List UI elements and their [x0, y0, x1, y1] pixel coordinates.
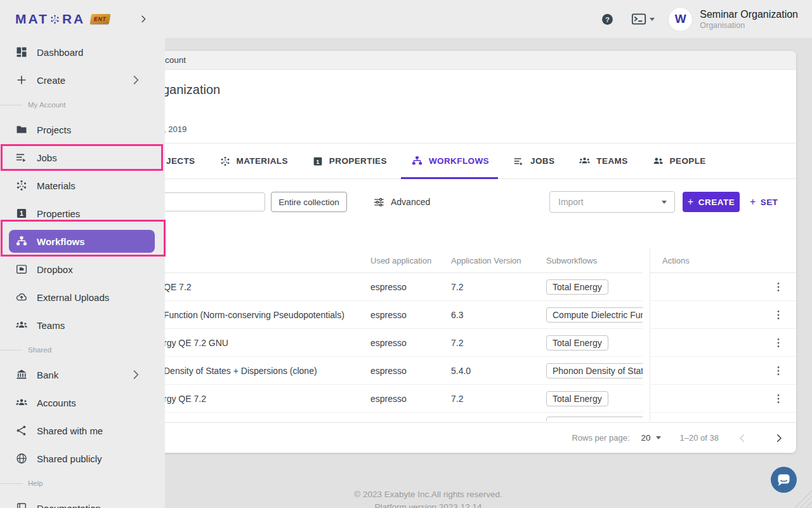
subworkflow-chip[interactable]: Phonon Density of States + Di	[546, 363, 643, 378]
sidebar-item-create[interactable]: Create	[0, 66, 165, 94]
previous-page-icon[interactable]	[737, 432, 748, 444]
avatar[interactable]: W	[669, 8, 692, 31]
mat3ra-logo[interactable]: MAT RA	[15, 11, 85, 27]
table-row[interactable]: QE 7.2 espresso 7.2 Total Energy	[114, 273, 796, 301]
column-header: Subworkflows	[546, 255, 597, 265]
rows-per-page-label: Rows per page:	[572, 433, 629, 443]
chevron-down-icon	[650, 18, 655, 21]
people-group-icon	[579, 155, 591, 167]
table-row-partial[interactable]	[114, 413, 796, 421]
square-one-icon	[15, 207, 28, 220]
sidebar-item-projects[interactable]: Projects	[0, 116, 165, 144]
tab-projects[interactable]: JECTS	[166, 144, 195, 178]
sidebar-item-documentation[interactable]: Documentation	[0, 494, 165, 508]
tab-jobs[interactable]: JOBS	[513, 144, 554, 178]
table-body: QE 7.2 espresso 7.2 Total Energy Functio…	[114, 273, 796, 421]
column-header: Application Version	[451, 255, 521, 265]
terminal-icon	[631, 11, 647, 27]
tab-teams[interactable]: TEAMS	[579, 144, 627, 178]
tab-properties[interactable]: PROPERTIES	[312, 144, 387, 178]
cloud-upload-icon	[15, 291, 28, 304]
plus-icon	[15, 74, 28, 86]
share-nodes-icon	[15, 424, 28, 437]
sidebar-item-teams[interactable]: Teams	[0, 311, 165, 339]
column-header: Actions	[662, 255, 690, 265]
sidebar-item-jobs[interactable]: Jobs	[0, 144, 165, 171]
sidebar-item-dropbox[interactable]: Dropbox	[0, 255, 165, 283]
sidebar-collapse-icon[interactable]	[138, 14, 148, 24]
sitemap-icon	[411, 155, 423, 167]
breadcrumb: count	[165, 55, 186, 65]
subworkflow-chip[interactable]: Total Energy	[546, 335, 608, 351]
row-actions-menu-icon[interactable]	[772, 309, 785, 321]
book-icon	[15, 502, 28, 508]
dashboard-grid-icon	[15, 46, 28, 58]
next-page-icon[interactable]	[773, 432, 785, 444]
sidebar-item-shared-with-me[interactable]: Shared with me	[0, 417, 165, 444]
chat-launcher-button[interactable]	[771, 467, 797, 493]
sidebar-section-help: Help	[0, 472, 165, 494]
org-name: Seminar Organization	[700, 8, 798, 21]
row-actions-menu-icon[interactable]	[772, 337, 785, 349]
sidebar-item-shared-publicly[interactable]: Shared publicly	[0, 444, 165, 472]
help-icon[interactable]	[601, 13, 614, 26]
pagination-range: 1–20 of 38	[680, 433, 719, 443]
set-button[interactable]: + SET	[750, 192, 778, 212]
pagination-bar: Rows per page: 20 1–20 of 38	[114, 422, 796, 453]
jobs-list-icon	[513, 156, 525, 167]
tab-workflows[interactable]: WORKFLOWS	[411, 144, 489, 178]
box-cloud-icon	[15, 263, 28, 276]
dotted-asterisk-icon	[15, 179, 28, 192]
sidebar-item-dashboard[interactable]: Dashboard	[0, 38, 165, 66]
sitemap-icon	[15, 235, 28, 248]
search-input[interactable]	[152, 192, 265, 211]
tune-icon	[373, 196, 385, 208]
import-placeholder: Import	[558, 197, 584, 207]
avatar-letter: W	[675, 12, 686, 26]
main-panel: count ganization , 2019 JECTS MATERIALS …	[114, 51, 796, 453]
account-info[interactable]: Seminar Organization Organisation	[700, 8, 798, 30]
sidebar-item-external-uploads[interactable]: External Uploads	[0, 283, 165, 311]
subworkflow-chip[interactable]: Total Energy	[546, 391, 608, 406]
advanced-filter-button[interactable]: Advanced	[373, 192, 430, 212]
globe-icon	[15, 452, 28, 465]
people-group-icon	[15, 396, 28, 409]
subworkflow-chip[interactable]: Total Energy	[546, 279, 608, 295]
chevron-down-icon	[656, 436, 661, 439]
chevron-right-icon	[129, 74, 142, 86]
sidebar-item-workflows[interactable]: Workflows	[9, 230, 155, 253]
page-title: ganization	[162, 83, 220, 97]
row-actions-menu-icon[interactable]	[772, 364, 785, 377]
subworkflow-chip[interactable]: Compute Dielectric Function	[546, 307, 643, 323]
sidebar-item-materials[interactable]: Materials	[0, 171, 165, 199]
bank-icon	[15, 368, 28, 381]
jobs-list-icon	[15, 151, 28, 164]
people-group-icon	[15, 319, 28, 331]
ent-badge: ENT	[90, 14, 110, 24]
people-pair-icon	[652, 155, 664, 167]
create-button[interactable]: + CREATE	[683, 192, 740, 212]
tab-materials[interactable]: MATERIALS	[219, 144, 288, 178]
console-menu-button[interactable]	[631, 11, 655, 27]
logo-asterisk-icon	[49, 14, 60, 25]
sidebar-item-accounts[interactable]: Accounts	[0, 389, 165, 417]
org-subtitle: Organisation	[700, 21, 798, 30]
table-row[interactable]: rgy QE 7.2 GNU espresso 7.2 Total Energy	[114, 329, 796, 357]
tab-bar: JECTS MATERIALS PROPERTIES WORKFLOWS JOB…	[114, 143, 796, 179]
sidebar-item-bank[interactable]: Bank	[0, 361, 165, 389]
plus-icon: +	[750, 197, 756, 207]
chevron-right-icon	[129, 368, 142, 381]
entire-collection-button[interactable]: Entire collection	[271, 192, 347, 212]
sidebar-item-properties[interactable]: Properties	[0, 199, 165, 227]
table-row[interactable]: Function (Norm-conserving Pseudopotentia…	[114, 301, 796, 329]
rows-per-page-select[interactable]: 20	[641, 433, 661, 443]
table-row[interactable]: rgy QE 7.2 espresso 7.2 Total Energy	[114, 385, 796, 413]
table-row[interactable]: Density of States + Dispersions (clone) …	[114, 357, 796, 385]
folder-icon	[15, 123, 28, 136]
plus-icon: +	[688, 197, 694, 207]
row-actions-menu-icon[interactable]	[772, 392, 785, 405]
tab-people[interactable]: PEOPLE	[652, 144, 706, 178]
import-dropdown[interactable]: Import	[549, 191, 675, 213]
row-actions-menu-icon[interactable]	[772, 281, 785, 293]
sidebar: MAT RA ENT Dashboard Create My Account P…	[0, 0, 165, 508]
